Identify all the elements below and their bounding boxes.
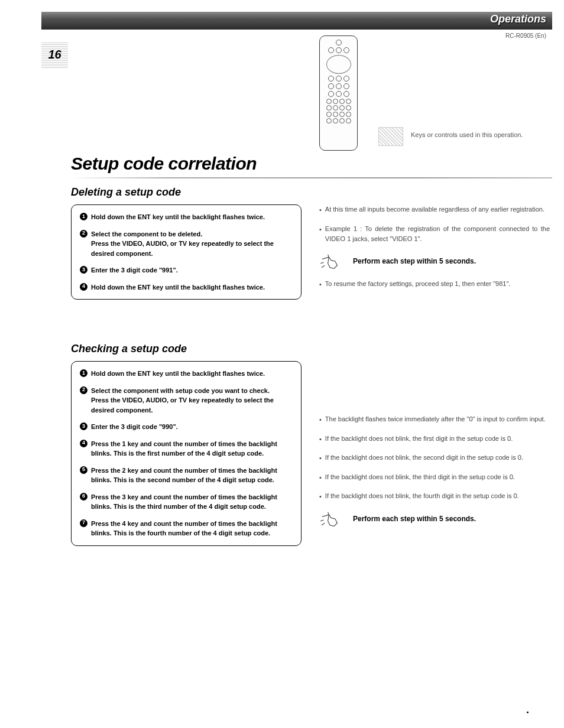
step-number-icon: 1 xyxy=(80,213,87,220)
step-text: Hold down the ENT key until the backligh… xyxy=(91,213,265,220)
deleting-step: 4 Hold down the ENT key until the backli… xyxy=(80,282,293,292)
step-number-icon: 2 xyxy=(80,386,87,394)
step-text: Press the 2 key and count the number of … xyxy=(91,467,277,484)
step-number-icon: 4 xyxy=(80,440,87,447)
section-title-checking: Checking a setup code xyxy=(71,343,550,355)
checking-step: 3 Enter the 3 digit code "990". xyxy=(80,422,293,432)
note: • If the backlight does not blink, the s… xyxy=(319,453,550,464)
note-text: If the backlight does not blink, the fou… xyxy=(325,491,519,502)
bullet-icon: • xyxy=(319,280,322,290)
step-text: Select the component to be deleted. xyxy=(91,230,202,238)
section-checking: Checking a setup code 1 Hold down the EN… xyxy=(71,343,550,546)
timing-hint: Perform each step within 5 seconds. xyxy=(319,511,550,528)
step-number-icon: 1 xyxy=(80,369,87,377)
section-title-deleting: Deleting a setup code xyxy=(71,186,550,199)
page-number: 16 xyxy=(48,48,61,61)
deleting-notes: • At this time all inputs become availab… xyxy=(319,204,550,298)
deleting-steps-box: 1 Hold down the ENT key until the backli… xyxy=(71,204,302,300)
step-text: Press the 3 key and count the number of … xyxy=(91,493,277,511)
hand-snap-icon xyxy=(319,253,346,271)
checking-step: 6 Press the 3 key and count the number o… xyxy=(80,492,293,512)
checking-step: 4 Press the 1 key and count the number o… xyxy=(80,439,293,459)
step-number-icon: 2 xyxy=(80,230,87,238)
dot-icon xyxy=(527,711,529,713)
checking-step: 5 Press the 2 key and count the number o… xyxy=(80,466,293,485)
note: • If the backlight does not blink, the f… xyxy=(319,491,550,502)
deleting-step: 3 Enter the 3 digit code "991". xyxy=(80,265,293,275)
checking-steps-box: 1 Hold down the ENT key until the backli… xyxy=(71,361,302,546)
hand-snap-icon xyxy=(319,511,346,528)
step-text: Press the 4 key and count the number of … xyxy=(91,520,277,537)
note: • Example 1 : To delete the registration… xyxy=(319,224,550,245)
timing-hint-text: Perform each step within 5 seconds. xyxy=(353,514,476,525)
timing-hint-text: Perform each step within 5 seconds. xyxy=(353,256,476,267)
checking-step: 1 Hold down the ENT key until the backli… xyxy=(80,369,293,379)
note-text: If the backlight does not blink, the sec… xyxy=(325,453,523,464)
note: • To resume the factory settings, procee… xyxy=(319,279,550,290)
note-text: To resume the factory settings, proceed … xyxy=(325,279,511,290)
step-subtext: Press the VIDEO, AUDIO, or TV key repeat… xyxy=(91,395,293,415)
section-deleting: Deleting a setup code 1 Hold down the EN… xyxy=(71,186,550,300)
bullet-icon: • xyxy=(319,492,322,502)
note: • The backlight flashes twice immediatel… xyxy=(319,414,550,425)
step-number-icon: 7 xyxy=(80,519,87,527)
step-text: Enter the 3 digit code "991". xyxy=(91,266,178,274)
bullet-icon: • xyxy=(319,434,322,445)
step-text: Hold down the ENT key until the backligh… xyxy=(91,370,265,377)
step-number-icon: 3 xyxy=(80,266,87,274)
step-number-icon: 5 xyxy=(80,466,87,474)
step-text: Hold down the ENT key until the backligh… xyxy=(91,284,265,291)
step-number-icon: 6 xyxy=(80,493,87,500)
remote-control-icon xyxy=(319,35,358,151)
bullet-icon: • xyxy=(319,415,322,425)
note-text: Example 1 : To delete the registration o… xyxy=(325,224,550,245)
legend-text: Keys or controls used in this operation. xyxy=(411,131,523,138)
bullet-icon: • xyxy=(319,453,322,464)
bullet-icon: • xyxy=(319,205,322,216)
model-id: RC-R0905 (En) xyxy=(505,32,546,39)
step-subtext: Press the VIDEO, AUDIO, or TV key repeat… xyxy=(91,239,293,258)
step-number-icon: 4 xyxy=(80,283,87,291)
note: • If the backlight does not blink, the f… xyxy=(319,434,550,445)
step-number-icon: 3 xyxy=(80,422,87,430)
legend-swatch-icon xyxy=(378,127,403,146)
note-text: The backlight flashes twice immediately … xyxy=(325,414,546,425)
page-number-block: 16 xyxy=(41,41,68,68)
note-text: At this time all inputs become available… xyxy=(325,204,544,216)
main-title: Setup code correlation xyxy=(71,154,257,174)
checking-notes: • The backlight flashes twice immediatel… xyxy=(319,361,550,537)
step-text: Press the 1 key and count the number of … xyxy=(91,440,277,457)
step-text: Select the component with setup code you… xyxy=(91,387,270,394)
deleting-step: 2 Select the component to be deleted. Pr… xyxy=(80,229,293,259)
checking-step: 7 Press the 4 key and count the number o… xyxy=(80,519,293,538)
manual-page: Operations RC-R0905 (En) 16 Keys or cont… xyxy=(0,0,564,728)
bullet-icon: • xyxy=(319,225,322,245)
note-text: If the backlight does not blink, the fir… xyxy=(325,434,513,445)
timing-hint: Perform each step within 5 seconds. xyxy=(319,253,550,271)
deleting-step: 1 Hold down the ENT key until the backli… xyxy=(80,212,293,222)
bullet-icon: • xyxy=(319,473,322,483)
note: • If the backlight does not blink, the t… xyxy=(319,472,550,483)
header-bar xyxy=(41,12,552,30)
step-text: Enter the 3 digit code "990". xyxy=(91,423,178,430)
note: • At this time all inputs become availab… xyxy=(319,204,550,216)
checking-step: 2 Select the component with setup code y… xyxy=(80,386,293,415)
header-section-title: Operations xyxy=(490,13,546,25)
note-text: If the backlight does not blink, the thi… xyxy=(325,472,515,483)
